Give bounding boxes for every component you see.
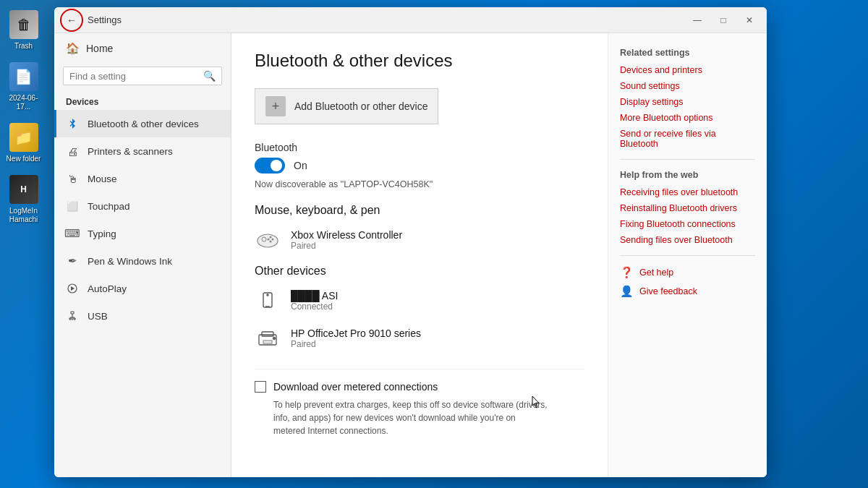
svg-point-15 [267,294,268,296]
help-title: Help from the web [620,170,755,180]
file-icon[interactable]: 📄 2024-06-17... [0,59,47,114]
bluetooth-toggle-label: On [294,160,307,171]
mouse-keyboard-pen-section: Mouse, keyboard, & pen Xbox Wireless Con… [255,204,584,253]
add-device-icon: + [265,96,286,116]
hp-device-item[interactable]: HP OfficeJet Pro 9010 series Paired [255,325,584,351]
home-label: Home [86,43,113,54]
asi-device-icon [255,288,281,314]
right-panel: Related settings Devices and printers So… [608,33,767,477]
pen-icon: ✒ [66,254,79,267]
add-device-button[interactable]: + Add Bluetooth or other device [255,88,438,124]
give-feedback-row[interactable]: 👤 Give feedback [620,285,755,298]
download-metered-checkbox[interactable] [255,381,266,393]
svg-point-19 [273,338,276,340]
close-icon: ✕ [746,15,753,25]
give-feedback-link[interactable]: Give feedback [639,286,697,296]
sidebar-item-mouse-label: Mouse [88,174,117,184]
trash-label: Trash [14,42,33,51]
panel-divider-2 [620,255,755,256]
svg-point-10 [272,239,274,241]
fixing-bt-link[interactable]: Fixing Bluetooth connections [620,219,755,229]
give-feedback-icon: 👤 [620,285,634,298]
hp-device-status: Paired [291,339,421,349]
new-folder-icon-box: 📁 [9,123,38,152]
svg-marker-1 [71,286,75,291]
svg-rect-17 [262,332,273,336]
search-box[interactable]: 🔍 [63,67,222,85]
asi-device-info: ████ ASI Connected [291,290,338,312]
sidebar-item-touchpad-label: Touchpad [88,201,130,212]
asi-device-item[interactable]: ████ ASI Connected [255,288,584,314]
typing-icon: ⌨ [66,227,79,240]
sending-bt-link[interactable]: Sending files over Bluetooth [620,235,755,245]
back-button[interactable]: ← [60,9,83,32]
xbox-controller-item[interactable]: Xbox Wireless Controller Paired [255,227,584,253]
close-button[interactable]: ✕ [738,10,761,30]
sidebar: 🏠 Home 🔍 Devices Bluetooth & other devic… [54,33,231,477]
bluetooth-label: Bluetooth [255,142,584,153]
titlebar: ← Settings — □ ✕ [54,7,767,33]
svg-point-6 [74,318,75,320]
file-icon-box: 📄 [9,62,38,91]
sidebar-item-pen[interactable]: ✒ Pen & Windows Ink [54,247,231,275]
titlebar-controls: — □ ✕ [686,10,761,30]
desktop-icons: 🗑 Trash 📄 2024-06-17... 📁 New folder H L… [0,0,47,488]
receiving-bt-link[interactable]: Receiving files over bluetooth [620,187,755,197]
logmein-icon[interactable]: H LogMeInHamachi [7,172,41,227]
touchpad-icon: ⬜ [66,200,79,213]
devices-printers-link[interactable]: Devices and printers [620,65,755,75]
file-label: 2024-06-17... [3,94,44,111]
mouse-icon: 🖱 [66,172,79,185]
sound-settings-link[interactable]: Sound settings [620,81,755,91]
logmein-label: LogMeInHamachi [9,207,38,224]
svg-point-11 [270,236,272,239]
sidebar-item-usb-label: USB [88,311,108,322]
sidebar-item-typing[interactable]: ⌨ Typing [54,220,231,247]
get-help-icon: ❓ [620,266,634,279]
trash-icon[interactable]: 🗑 Trash [7,7,41,53]
more-bluetooth-link[interactable]: More Bluetooth options [620,113,755,123]
sidebar-item-usb[interactable]: USB [54,302,231,330]
bluetooth-toggle[interactable] [255,158,285,174]
search-icon: 🔍 [203,70,216,82]
hp-device-icon [255,325,281,351]
window-body: 🏠 Home 🔍 Devices Bluetooth & other devic… [54,33,767,477]
svg-rect-18 [263,341,272,343]
trash-icon-box: 🗑 [9,10,38,39]
sidebar-item-bluetooth[interactable]: Bluetooth & other devices [54,110,231,137]
svg-point-12 [268,239,270,241]
asi-device-status: Connected [291,301,338,312]
sidebar-item-autoplay[interactable]: AutoPlay [54,275,231,302]
svg-rect-13 [263,293,272,307]
sidebar-item-home[interactable]: 🏠 Home [54,33,231,64]
asi-device-name: ████ ASI [291,290,338,301]
hp-device-info: HP OfficeJet Pro 9010 series Paired [291,328,421,349]
svg-point-7 [258,234,278,247]
display-settings-link[interactable]: Display settings [620,97,755,107]
sidebar-item-autoplay-label: AutoPlay [88,283,127,294]
maximize-button[interactable]: □ [712,10,735,30]
logmein-icon-box: H [9,175,38,204]
svg-rect-2 [71,312,74,314]
search-input[interactable] [69,71,199,82]
sidebar-item-printers[interactable]: 🖨 Printers & scanners [54,137,231,165]
sidebar-item-mouse[interactable]: 🖱 Mouse [54,165,231,192]
xbox-controller-icon [255,227,281,253]
panel-divider-1 [620,159,755,160]
xbox-controller-name: Xbox Wireless Controller [291,229,402,241]
minimize-button[interactable]: — [686,10,709,30]
send-receive-link[interactable]: Send or receive files via Bluetooth [620,129,755,149]
get-help-link[interactable]: Get help [639,267,673,278]
toggle-knob [271,160,282,171]
discoverable-text: Now discoverable as "LAPTOP-VC4OH58K" [255,179,584,189]
home-icon: 🏠 [66,42,79,55]
page-title: Bluetooth & other devices [255,51,584,71]
usb-icon [66,309,79,322]
reinstalling-bt-link[interactable]: Reinstalling Bluetooth drivers [620,203,755,213]
get-help-row[interactable]: ❓ Get help [620,266,755,279]
new-folder-icon[interactable]: 📁 New folder [4,120,44,166]
bluetooth-icon [66,117,79,130]
other-devices-title: Other devices [255,265,584,278]
metered-section: Download over metered connections To hel… [255,369,584,437]
sidebar-item-touchpad[interactable]: ⬜ Touchpad [54,192,231,220]
